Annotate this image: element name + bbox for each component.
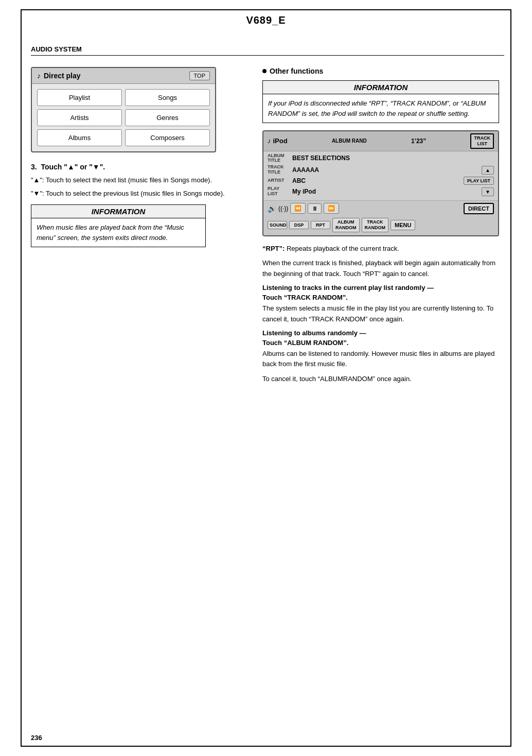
ipod-info-rows: ALBUM TITLE BEST SELECTIONS TRACK TITLE … [263,151,498,200]
info-box-right: INFORMATION If your iPod is disconnected… [262,80,499,123]
page-border-right [510,9,511,747]
top-button[interactable]: TOP [189,71,210,80]
dsp-btn[interactable]: DSP [289,221,309,229]
ipod-label-playlist: PLAY LIST [268,186,289,197]
info-box-left: INFORMATION When music files are played … [31,204,206,247]
music-icon: ♪ [37,72,41,80]
rpt-heading: “RPT”: Repeats playback of the current t… [262,244,499,254]
info-box-right-content: If your iPod is disconnected while “RPT”… [263,94,499,123]
genres-button[interactable]: Genres [125,109,210,126]
ipod-track-time: 1’23” [411,138,426,145]
bullet-dot [262,69,267,73]
rpt-btn[interactable]: RPT [311,221,330,229]
ipod-up-btn[interactable]: ▲ [482,166,494,175]
track-random-body: The system selects a music file in the p… [262,303,499,325]
info-box-left-content: When music files are played back from th… [31,218,205,247]
header-title: V689_E [246,14,286,26]
track-random-btn[interactable]: TRACK RANDOM [362,218,389,232]
album-random-btn[interactable]: ALBUM RANDOM [332,218,360,232]
sound-btn[interactable]: SOUND [268,221,287,229]
page-number: 236 [31,734,42,742]
artists-button[interactable]: Artists [37,109,122,126]
ipod-value-playlist: My iPod [292,188,478,195]
direct-play-screen: ♪ Direct play TOP Playlist Songs Artists… [31,67,216,152]
songs-button[interactable]: Songs [125,89,210,106]
track-random-subheading: Touch “TRACK RANDOM”. [262,294,499,301]
rpt-body: When the current track is finished, play… [262,258,499,280]
ipod-row-artist: ARTIST ABC PLAY LIST [268,177,494,185]
step3-up-text: "▲": Touch to select the next list (musi… [31,175,247,185]
ipod-row-album-title: ALBUM TITLE BEST SELECTIONS [268,153,494,164]
ipod-label: ♪ iPod [268,137,288,145]
track-list-btn[interactable]: TRACK LIST [470,133,494,149]
albums-button[interactable]: Albums [37,129,122,146]
right-column: Other functions INFORMATION If your iPod… [262,67,509,389]
ipod-value-album-title: BEST SELECTIONS [292,154,494,162]
info-box-right-title: INFORMATION [263,81,499,94]
other-functions-label: Other functions [270,67,323,75]
ipod-controls-row1: 🔊 ((·)) ⏪ ⏸ ⏩ DIRECT [263,200,498,216]
page-border-bottom [21,746,511,747]
album-random-body2: To cancel it, touch “ALBUMRANDOM” once a… [262,374,499,385]
track-random-heading: Listening to tracks in the current play … [262,284,499,291]
screen-grid: Playlist Songs Artists Genres Albums Com… [32,84,215,151]
ipod-value-artist: ABC [292,177,460,184]
step3-heading: 3. Touch "▲" or "▼". [31,163,247,171]
rewind-btn[interactable]: ⏪ [290,203,306,214]
left-column: ♪ Direct play TOP Playlist Songs Artists… [31,67,247,253]
album-random-subheading: Touch “ALBUM RANDOM”. [262,339,499,347]
ipod-row-track-title: TRACK TITLE AAAAAA ▲ [268,165,494,175]
ffwd-btn[interactable]: ⏩ [324,203,339,214]
step3-down-text: "▼": Touch to select the previous list (… [31,188,247,199]
ipod-row-playlist: PLAY LIST My iPod ▼ [268,186,494,197]
other-functions-heading: Other functions [262,67,509,75]
ipod-down-btn[interactable]: ▼ [482,187,494,196]
page-border-left [21,9,22,747]
album-random-heading: Listening to albums randomly — [262,329,499,337]
page-header: V689_E [0,14,532,26]
ipod-label-album-title: ALBUM TITLE [268,153,289,164]
direct-play-label: Direct play [44,72,81,80]
ipod-playlist-btn[interactable]: PLAY LIST [464,177,494,185]
ipod-album-rand: ALBUM RAND [332,138,367,144]
pause-btn[interactable]: ⏸ [308,203,322,214]
wave-icon: ((·)) [278,205,288,212]
section-title: AUDIO SYSTEM [31,45,504,56]
ipod-screen-header: ♪ iPod ALBUM RAND 1’23” TRACK LIST [263,131,498,151]
album-random-body1: Albums can be listened to randomly. Howe… [262,349,499,370]
ipod-label-track-title: TRACK TITLE [268,165,289,175]
sound-icon: 🔊 [268,204,276,213]
ipod-value-track-title: AAAAAA [292,166,478,174]
menu-btn[interactable]: MENU [391,220,415,230]
rpt-heading-text: Repeats playback of the current track. [285,245,399,252]
ipod-controls-row2: SOUND DSP RPT ALBUM RANDOM TRACK RANDOM … [263,216,498,235]
composers-button[interactable]: Composers [125,129,210,146]
direct-btn[interactable]: DIRECT [464,203,494,214]
ipod-music-icon: ♪ [268,137,271,145]
screen-header-title: ♪ Direct play [37,72,81,80]
screen-header: ♪ Direct play TOP [32,68,215,84]
info-box-left-title: INFORMATION [31,205,205,218]
ipod-label-artist: ARTIST [268,178,289,183]
ipod-screen: ♪ iPod ALBUM RAND 1’23” TRACK LIST ALBUM… [262,130,499,236]
playlist-button[interactable]: Playlist [37,89,122,106]
rpt-heading-bold: “RPT”: [262,245,285,252]
ipod-device-label: iPod [273,137,288,145]
page-border-top [21,9,511,10]
